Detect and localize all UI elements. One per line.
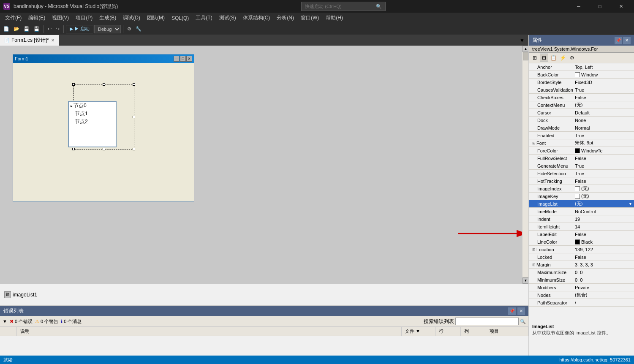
menu-help[interactable]: 帮助(H) (322, 14, 346, 22)
scroll-up-btn[interactable]: ▲ (522, 46, 528, 52)
form-maximize-btn[interactable]: □ (180, 56, 186, 62)
tab-close-button[interactable]: ✕ (51, 38, 54, 43)
property-row-forecolor[interactable]: ForeColorWindowTe (529, 147, 634, 155)
form-window[interactable]: Form1 ─ □ ✕ (13, 54, 194, 202)
form-minimize-btn[interactable]: ─ (174, 56, 180, 62)
menu-file[interactable]: 文件(F) (2, 14, 25, 22)
error-col-proj[interactable]: 项目 (486, 327, 528, 336)
start-button[interactable]: ▶ ▶ 启动 (66, 25, 93, 33)
design-vscroll[interactable]: ▲ ▼ (522, 46, 528, 284)
error-col-row[interactable]: 行 (435, 327, 461, 336)
menu-sql[interactable]: SQL(Q) (168, 14, 192, 22)
property-row-locked[interactable]: LockedFalse (529, 253, 634, 261)
menu-build[interactable]: 生成(B) (96, 14, 120, 22)
property-row-borderstyle[interactable]: BorderStyleFixed3D (529, 79, 634, 86)
properties-object[interactable]: treeView1 System.Windows.For (529, 46, 634, 53)
toolbar-save-all[interactable]: 💾 (32, 24, 41, 34)
property-row-location[interactable]: ⊞Location139, 122 (529, 246, 634, 253)
property-row-minimumsize[interactable]: MinimumSize0, 0 (529, 276, 634, 284)
imagelist-component[interactable]: 🖼 imageList1 (4, 291, 37, 298)
error-pin-btn[interactable]: 📌 (508, 307, 516, 315)
property-row-indent[interactable]: Indent19 (529, 215, 634, 223)
property-row-hottracking[interactable]: HotTrackingFalse (529, 177, 634, 185)
property-row-imagekey[interactable]: ImageKey(无) (529, 193, 634, 200)
property-row-checkboxes[interactable]: CheckBoxesFalse (529, 94, 634, 101)
toolbar-open[interactable]: 📂 (12, 24, 21, 34)
close-button[interactable]: ✕ (611, 0, 631, 13)
property-row-imemode[interactable]: ImeModeNoControl (529, 208, 634, 215)
menu-project[interactable]: 项目(P) (72, 14, 96, 22)
property-row-margin[interactable]: ⊞Margin3, 3, 3, 3 (529, 261, 634, 269)
menu-tools[interactable]: 工具(T) (192, 14, 215, 22)
tab-form-design[interactable]: 📄 Form1.cs [设计]* ✕ (0, 35, 59, 46)
menu-analyze[interactable]: 分析(N) (273, 14, 297, 22)
property-row-hideselection[interactable]: HideSelectionTrue (529, 170, 634, 177)
form-close-btn[interactable]: ✕ (186, 56, 192, 62)
toolbar-extra1[interactable]: ⚙ (125, 24, 133, 34)
toolbar-undo[interactable]: ↩ (46, 24, 53, 34)
error-col-num[interactable] (0, 327, 17, 336)
props-pin-btn[interactable]: 📌 (615, 37, 622, 44)
props-categorized-btn[interactable]: ⊞ (531, 54, 539, 62)
menu-arch[interactable]: 体系结构(C) (239, 14, 274, 22)
maximize-button[interactable]: □ (590, 0, 610, 13)
property-row-font[interactable]: ⊞Font宋体, 9pt (529, 139, 634, 147)
scroll-down-btn[interactable]: ▼ (522, 277, 528, 284)
scroll-track[interactable] (522, 52, 528, 277)
property-row-enabled[interactable]: EnabledTrue (529, 132, 634, 139)
handle-br[interactable] (133, 148, 135, 150)
property-row-drawmode[interactable]: DrawModeNormal (529, 124, 634, 132)
property-row-nodes[interactable]: Nodes(集合) (529, 291, 634, 299)
property-row-imagelist[interactable]: ImageList(无)▼ (529, 200, 634, 208)
toolbar-new[interactable]: 📄 (2, 24, 11, 34)
property-row-backcolor[interactable]: BackColorWindow (529, 71, 634, 79)
expand-icon[interactable]: ⊞ (532, 247, 536, 252)
quick-search-input[interactable] (305, 4, 376, 9)
scroll-thumb[interactable] (523, 52, 528, 60)
menu-team[interactable]: 团队(M) (144, 14, 168, 22)
errors-filter[interactable]: ✖ 0 个错误 (10, 318, 33, 325)
props-properties-btn[interactable]: 📋 (549, 54, 558, 62)
handle-bc[interactable] (103, 148, 105, 150)
error-search-icon[interactable]: 🔍 (520, 319, 526, 324)
error-col-file[interactable]: 文件 ▼ (402, 327, 435, 336)
warnings-filter[interactable]: ⚠ 0 个警告 (35, 318, 58, 325)
debug-config-select[interactable]: Debug (94, 25, 121, 33)
props-extra-btn[interactable]: ⚙ (568, 54, 576, 62)
menu-test[interactable]: 测试(S) (216, 14, 239, 22)
property-row-maximumsize[interactable]: MaximumSize0, 0 (529, 269, 634, 276)
property-row-cursor[interactable]: CursorDefault (529, 109, 634, 117)
minimize-button[interactable]: ─ (569, 0, 588, 13)
menu-view[interactable]: 视图(V) (49, 14, 72, 22)
property-row-causesvalidation[interactable]: CausesValidationTrue (529, 86, 634, 94)
menu-window[interactable]: 窗口(W) (297, 14, 322, 22)
error-col-desc[interactable]: 说明 (17, 327, 402, 336)
property-row-fullrowselect[interactable]: FullRowSelectFalse (529, 155, 634, 162)
expand-icon[interactable]: ⊞ (532, 263, 536, 267)
menu-debug[interactable]: 调试(D) (120, 14, 144, 22)
design-area[interactable]: Form1 ─ □ ✕ (0, 46, 522, 284)
treeview-control[interactable]: ▸ 节点0 节点1 节点2 (68, 101, 117, 147)
toolbar-save[interactable]: 💾 (22, 24, 31, 34)
property-row-itemheight[interactable]: ItemHeight14 (529, 223, 634, 231)
error-search-input[interactable] (455, 318, 519, 325)
handle-mr[interactable] (133, 116, 135, 118)
error-col-col[interactable]: 列 (461, 327, 486, 336)
search-icon[interactable]: 🔍 (376, 4, 382, 9)
menu-edit[interactable]: 编辑(E) (25, 14, 49, 22)
error-close-btn[interactable]: ✕ (517, 307, 525, 315)
toolbar-extra2[interactable]: 🔧 (134, 24, 143, 34)
property-row-generatemenu[interactable]: GenerateMenuTrue (529, 162, 634, 170)
property-row-imageindex[interactable]: ImageIndex(无) (529, 185, 634, 193)
handle-tc[interactable] (103, 83, 105, 86)
property-row-anchor[interactable]: AnchorTop, Left (529, 63, 634, 71)
toolbar-redo[interactable]: ↪ (54, 24, 61, 34)
handle-bl[interactable] (72, 148, 75, 150)
property-row-modifiers[interactable]: ModifiersPrivate (529, 284, 634, 291)
property-row-dock[interactable]: DockNone (529, 117, 634, 124)
props-close-btn[interactable]: ✕ (623, 37, 631, 44)
property-row-labeledit[interactable]: LabelEditFalse (529, 231, 634, 238)
property-row-linecolor[interactable]: LineColorBlack (529, 238, 634, 246)
props-events-btn[interactable]: ⚡ (558, 54, 567, 62)
expand-icon[interactable]: ⊞ (532, 141, 536, 145)
